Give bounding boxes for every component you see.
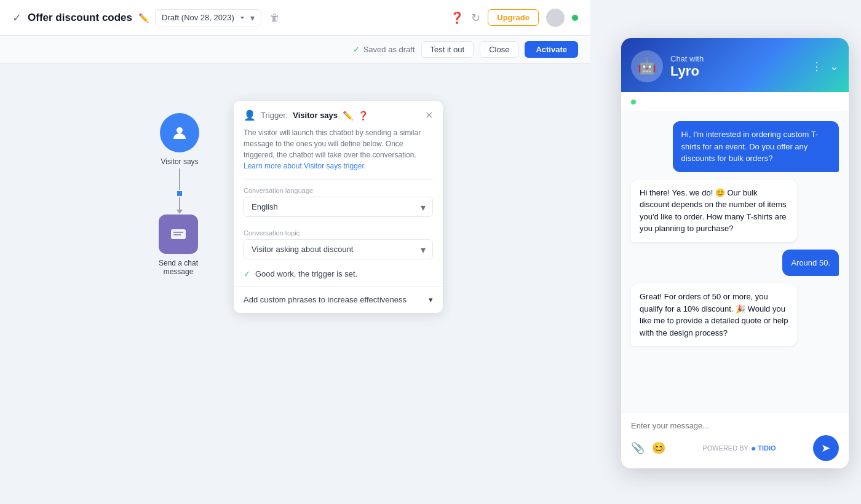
avatar xyxy=(546,9,565,27)
trigger-value-label: Visitor says xyxy=(293,111,338,120)
visitor-says-node-icon xyxy=(160,113,199,152)
flow-title: Offer discount codes xyxy=(28,12,132,24)
saved-check-icon: ✓ xyxy=(353,45,360,54)
lyro-avatar: 🤖 xyxy=(631,50,663,82)
trigger-panel-header: 👤 Trigger: Visitor says ✏️ ❓ ✕ xyxy=(234,101,443,127)
saved-draft-label: Saved as draft xyxy=(363,45,415,54)
chat-input-area: 📎 😊 POWERED BY ● TIDIO ➤ xyxy=(621,412,849,468)
send-message-node-icon xyxy=(159,215,198,254)
svg-rect-1 xyxy=(171,229,186,239)
message-bot-2: Great! For orders of 50 or more, you qua… xyxy=(631,283,797,346)
emoji-icon[interactable]: 😊 xyxy=(652,441,665,455)
draft-dropdown[interactable]: Draft (Nov 28, 2023) ▾ xyxy=(155,9,261,26)
help-icon[interactable]: ❓ xyxy=(450,11,464,25)
chat-with-text: Chat with xyxy=(670,54,804,63)
topic-group: Conversation topic Visitor asking about … xyxy=(234,222,443,264)
canvas-area: Visitor says Send a chat message xyxy=(0,64,590,504)
saved-draft-status: ✓ Saved as draft xyxy=(353,45,415,54)
visitor-says-label: Visitor says xyxy=(161,157,198,166)
chat-widget: 🤖 Chat with Lyro ⋮ ⌄ We're online Hi, I'… xyxy=(621,38,849,468)
activate-button[interactable]: Activate xyxy=(525,41,578,58)
trigger-help-icon[interactable]: ❓ xyxy=(358,111,368,120)
topic-select-wrapper: Visitor asking about discount xyxy=(244,239,433,259)
online-status-dot xyxy=(572,15,578,21)
expand-icon: ▾ xyxy=(429,295,433,304)
online-text: We're online xyxy=(641,97,685,106)
trigger-panel: 👤 Trigger: Visitor says ✏️ ❓ ✕ The visit… xyxy=(234,101,443,313)
chat-messages: Hi, I'm interested in ordering custom T-… xyxy=(621,111,849,412)
language-label: Conversation language xyxy=(244,187,433,194)
chat-options-icon[interactable]: ⋮ xyxy=(811,60,822,73)
tidio-logo: ● TIDIO xyxy=(751,443,776,453)
refresh-icon[interactable]: ↻ xyxy=(471,11,480,25)
send-message-node[interactable]: Send a chat message xyxy=(159,215,198,276)
message-user-2: Around 50. xyxy=(782,250,839,277)
check-icon: ✓ xyxy=(12,11,22,25)
node-connector xyxy=(177,168,183,214)
message-bot-1: Hi there! Yes, we do! 😊 Our bulk discoun… xyxy=(631,179,797,242)
trigger-label-row: 👤 Trigger: Visitor says ✏️ ❓ xyxy=(244,109,368,121)
test-button[interactable]: Test it out xyxy=(421,41,474,58)
chat-name: Lyro xyxy=(670,63,804,79)
chat-minimize-icon[interactable]: ⌄ xyxy=(830,60,839,73)
success-check-icon: ✓ xyxy=(244,269,250,278)
edit-icon[interactable]: ✏️ xyxy=(138,13,149,23)
chat-input-footer: 📎 😊 POWERED BY ● TIDIO ➤ xyxy=(631,435,839,461)
svg-point-0 xyxy=(177,127,183,133)
language-select-wrapper: English xyxy=(244,197,433,217)
attachment-icon[interactable]: 📎 xyxy=(631,441,645,455)
chat-header-info: Chat with Lyro xyxy=(670,54,804,79)
custom-phrases-label: Add custom phrases to increase effective… xyxy=(244,295,407,304)
success-row: ✓ Good work, the trigger is set. xyxy=(234,264,443,286)
learn-more-link[interactable]: Learn more about Visitor says trigger. xyxy=(244,162,366,170)
language-select[interactable]: English xyxy=(244,197,433,217)
language-group: Conversation language English xyxy=(234,179,443,222)
send-button[interactable]: ➤ xyxy=(813,435,839,461)
trigger-prefix-label: Trigger: xyxy=(261,111,288,120)
upgrade-button[interactable]: Upgrade xyxy=(488,9,539,26)
powered-by: POWERED BY ● TIDIO xyxy=(702,443,776,453)
chat-header: 🤖 Chat with Lyro ⋮ ⌄ xyxy=(621,38,849,92)
success-text: Good work, the trigger is set. xyxy=(255,269,357,278)
close-button[interactable]: Close xyxy=(480,41,518,58)
message-user-1: Hi, I'm interested in ordering custom T-… xyxy=(673,121,839,172)
main-canvas: ✓ Offer discount codes ✏️ Draft (Nov 28,… xyxy=(0,0,590,504)
trigger-person-icon: 👤 xyxy=(244,109,256,121)
delete-button[interactable]: 🗑 xyxy=(268,10,282,26)
draft-label: Draft (Nov 28, 2023) xyxy=(162,13,234,22)
powered-by-text: POWERED BY xyxy=(702,444,748,452)
topic-label: Conversation topic xyxy=(244,229,433,237)
chat-input[interactable] xyxy=(631,421,839,430)
trigger-close-icon[interactable]: ✕ xyxy=(425,109,433,121)
topic-select[interactable]: Visitor asking about discount xyxy=(244,239,433,259)
toolbar: ✓ Offer discount codes ✏️ Draft (Nov 28,… xyxy=(0,0,590,36)
trigger-edit-icon[interactable]: ✏️ xyxy=(343,111,353,120)
toolbar-right: ❓ ↻ Upgrade xyxy=(450,9,578,27)
visitor-says-node[interactable]: Visitor says xyxy=(160,113,199,166)
sub-toolbar: ✓ Saved as draft Test it out Close Activ… xyxy=(0,36,590,64)
custom-phrases-row[interactable]: Add custom phrases to increase effective… xyxy=(234,286,443,313)
online-indicator xyxy=(631,100,636,104)
chat-input-icons: 📎 😊 xyxy=(631,441,665,455)
trigger-description: The visitor will launch this chatbot by … xyxy=(234,127,443,179)
chat-header-actions: ⋮ ⌄ xyxy=(811,60,839,73)
send-message-label: Send a chat message xyxy=(159,259,198,276)
toolbar-left: ✓ Offer discount codes ✏️ Draft (Nov 28,… xyxy=(12,9,443,26)
chat-online-bar: We're online xyxy=(621,92,849,111)
